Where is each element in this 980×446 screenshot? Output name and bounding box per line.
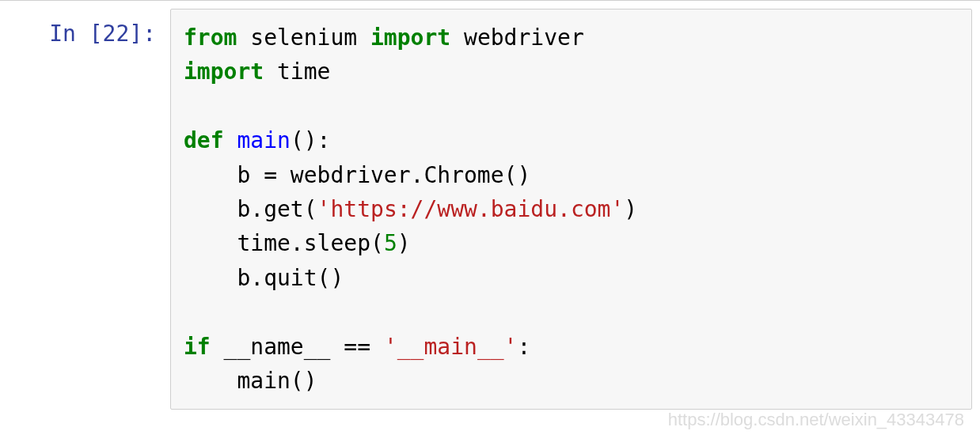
code-line-9: main() — [184, 368, 317, 394]
code-line-4: b = webdriver.Chrome() — [184, 162, 530, 188]
prompt-in-label: In — [49, 21, 89, 47]
code-line-8: if __name__ == '__main__': — [184, 334, 530, 360]
code-line-6: time.sleep(5) — [184, 230, 411, 256]
keyword-from: from — [184, 25, 237, 51]
keyword-def: def — [184, 127, 224, 153]
code-input-area[interactable]: from selenium import webdriver import ti… — [170, 9, 972, 410]
input-prompt: In [22]: — [49, 21, 156, 47]
input-prompt-area: In [22]: — [0, 9, 170, 47]
function-name-main: main — [237, 127, 290, 153]
code-line-7: b.quit() — [184, 265, 344, 291]
keyword-import: import — [184, 59, 264, 85]
code-line-3: def main(): — [184, 127, 330, 153]
number-literal: 5 — [384, 230, 397, 256]
code-line-2: import time — [184, 59, 330, 85]
prompt-colon: : — [142, 21, 156, 47]
notebook-cell: In [22]: from selenium import webdriver … — [0, 1, 980, 418]
code-line-5: b.get('https://www.baidu.com') — [184, 196, 637, 222]
keyword-import: import — [370, 25, 450, 51]
string-url: 'https://www.baidu.com' — [317, 196, 625, 222]
code-line-1: from selenium import webdriver — [184, 25, 584, 51]
prompt-execution-count: [22] — [89, 21, 142, 47]
keyword-if: if — [184, 334, 211, 360]
string-main: '__main__' — [384, 334, 518, 360]
